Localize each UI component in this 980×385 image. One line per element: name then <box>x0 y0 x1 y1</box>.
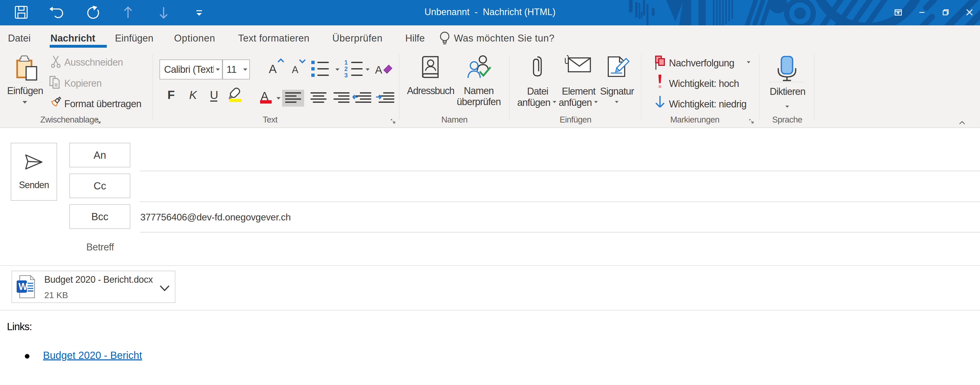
svg-text:1: 1 <box>344 59 348 66</box>
svg-text:A: A <box>375 64 382 76</box>
svg-text:F: F <box>167 88 175 102</box>
svg-text:K: K <box>189 88 197 102</box>
svg-text:3: 3 <box>344 72 348 79</box>
svg-text:W: W <box>18 281 28 292</box>
svg-text:U: U <box>210 88 218 102</box>
svg-text:A: A <box>292 64 299 75</box>
svg-text:2: 2 <box>344 65 348 72</box>
svg-text:A: A <box>269 62 277 76</box>
